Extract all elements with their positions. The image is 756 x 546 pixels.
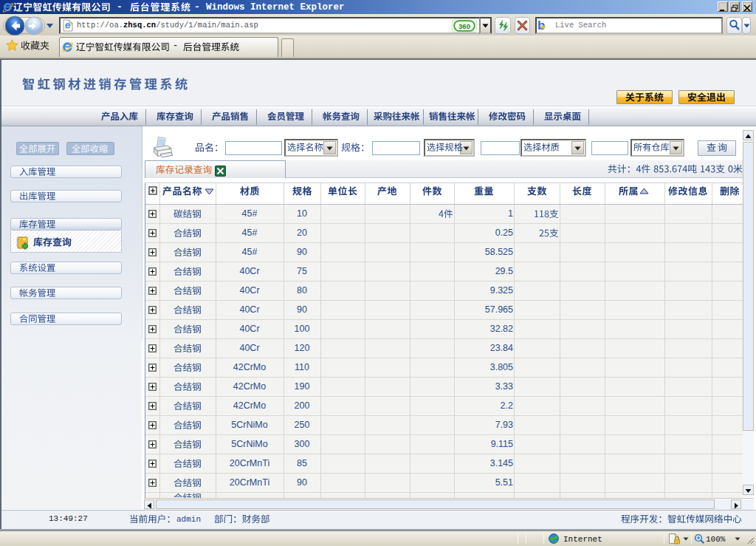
svg-text:360: 360	[458, 21, 470, 30]
